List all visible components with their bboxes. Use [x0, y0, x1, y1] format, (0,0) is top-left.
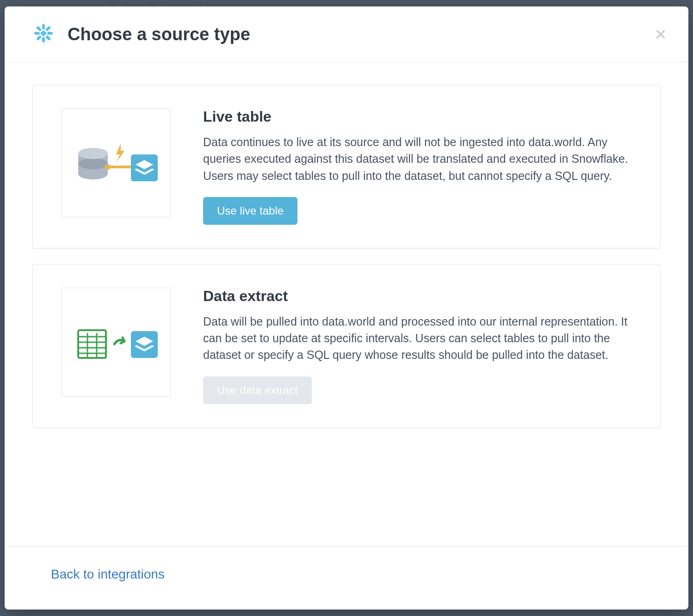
use-live-table-button[interactable]: Use live table — [203, 197, 297, 225]
svg-rect-7 — [36, 35, 42, 41]
modal-header: Choose a source type — [5, 6, 688, 62]
modal-footer: Back to integrations — [5, 546, 688, 610]
data-extract-description: Data will be pulled into data.world and … — [203, 313, 640, 363]
data-extract-illustration — [62, 288, 171, 397]
svg-rect-3 — [42, 37, 45, 43]
svg-point-16 — [78, 158, 108, 169]
option-data-extract: Data extract Data will be pulled into da… — [32, 264, 661, 428]
svg-rect-10 — [40, 30, 47, 37]
live-table-description: Data continues to live at its source and… — [203, 134, 640, 184]
close-icon — [655, 28, 667, 40]
data-extract-title: Data extract — [203, 288, 640, 305]
modal-body: Live table Data continues to live at its… — [5, 62, 688, 546]
svg-rect-18 — [108, 166, 131, 168]
svg-point-15 — [78, 168, 108, 179]
close-button[interactable] — [651, 25, 670, 43]
live-table-illustration — [62, 108, 171, 217]
svg-rect-2 — [42, 24, 45, 30]
svg-point-19 — [105, 164, 111, 170]
svg-rect-6 — [45, 26, 51, 32]
back-to-integrations-link[interactable]: Back to integrations — [51, 567, 165, 581]
svg-point-17 — [78, 148, 108, 159]
modal-title: Choose a source type — [68, 25, 250, 44]
svg-rect-4 — [34, 32, 40, 35]
use-data-extract-button: Use data extract — [203, 376, 312, 404]
svg-rect-8 — [36, 26, 42, 32]
live-table-title: Live table — [203, 108, 640, 125]
source-type-modal: Choose a source type — [5, 6, 688, 610]
svg-rect-9 — [45, 35, 51, 41]
snowflake-icon — [32, 22, 55, 46]
option-live-table: Live table Data continues to live at its… — [32, 85, 661, 248]
svg-rect-5 — [47, 32, 53, 35]
